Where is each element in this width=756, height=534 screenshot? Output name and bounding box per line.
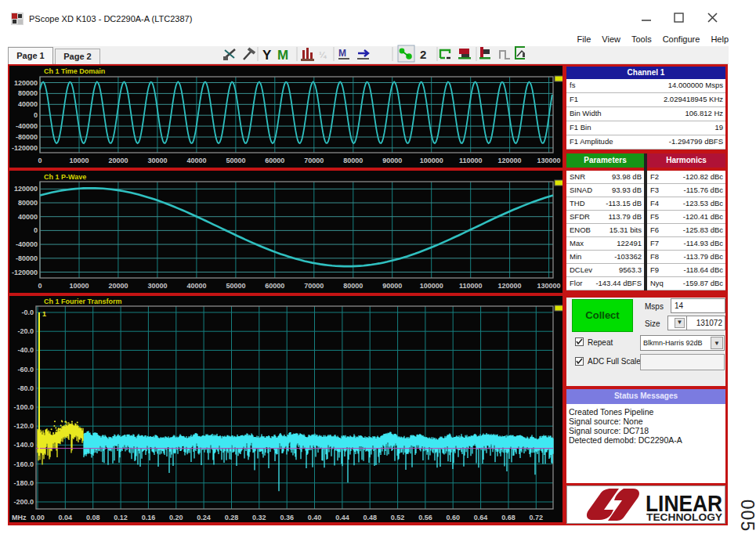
svg-text:0.64: 0.64	[474, 514, 488, 521]
svg-text:40000: 40000	[186, 157, 206, 164]
svg-text:0.20: 0.20	[169, 514, 183, 521]
svg-text:-120.0: -120.0	[13, 422, 34, 430]
svg-text:0.04: 0.04	[59, 514, 73, 521]
svg-text:-80.0: -80.0	[17, 384, 34, 392]
svg-text:40000: 40000	[186, 282, 206, 290]
svg-text:20000: 20000	[108, 282, 128, 290]
svg-text:0.28: 0.28	[225, 514, 239, 521]
svg-text:120000: 120000	[14, 185, 38, 193]
svg-text:70000: 70000	[304, 282, 324, 290]
svg-text:M: M	[338, 48, 346, 59]
svg-text:-160.0: -160.0	[13, 460, 34, 468]
svg-text:2: 2	[420, 48, 426, 61]
svg-text:30000: 30000	[147, 157, 167, 164]
svg-text:130000: 130000	[537, 157, 561, 164]
svg-text:Y: Y	[262, 48, 272, 63]
svg-text:110000: 110000	[459, 157, 483, 164]
svg-text:80000: 80000	[343, 282, 363, 290]
svg-text:0.52: 0.52	[391, 514, 405, 521]
svg-text:80000: 80000	[18, 199, 38, 207]
svg-text:M: M	[277, 48, 288, 63]
svg-text:90000: 90000	[382, 282, 402, 290]
svg-text:0: 0	[38, 157, 42, 164]
svg-text:40000: 40000	[18, 213, 38, 221]
svg-text:0.60: 0.60	[446, 514, 460, 521]
svg-text:-0.0: -0.0	[21, 308, 34, 316]
svg-text:120000: 120000	[498, 157, 522, 164]
svg-text:0: 0	[38, 282, 42, 290]
svg-text:0.12: 0.12	[114, 514, 128, 521]
svg-text:-180.0: -180.0	[13, 479, 34, 487]
svg-text:70000: 70000	[304, 157, 324, 164]
svg-text:0.16: 0.16	[142, 514, 156, 521]
svg-text:120000: 120000	[14, 79, 38, 87]
svg-text:90000: 90000	[382, 157, 402, 164]
svg-text:0.40: 0.40	[308, 514, 322, 521]
svg-text:0.36: 0.36	[280, 514, 294, 521]
svg-text:0.44: 0.44	[335, 514, 349, 521]
svg-text:0.00: 0.00	[31, 514, 45, 521]
svg-text:0.68: 0.68	[501, 514, 515, 521]
svg-text:-80000: -80000	[16, 254, 38, 262]
svg-text:¼: ¼	[319, 50, 327, 60]
svg-text:-40000: -40000	[16, 240, 38, 248]
svg-text:-120000: -120000	[12, 269, 38, 276]
svg-text:-140.0: -140.0	[13, 441, 34, 449]
svg-text:50000: 50000	[226, 282, 245, 290]
svg-text:130000: 130000	[537, 282, 561, 290]
svg-text:10000: 10000	[69, 157, 89, 164]
svg-text:30000: 30000	[147, 282, 167, 290]
svg-text:-80000: -80000	[16, 133, 38, 141]
svg-text:-40000: -40000	[16, 122, 38, 130]
svg-text:-20.0: -20.0	[17, 327, 34, 335]
svg-text:50000: 50000	[226, 157, 245, 164]
svg-text:100000: 100000	[420, 157, 443, 164]
svg-text:-100.0: -100.0	[13, 403, 34, 411]
svg-text:0: 0	[34, 226, 38, 234]
svg-text:0: 0	[34, 111, 38, 119]
svg-text:100000: 100000	[420, 282, 443, 290]
svg-text:80000: 80000	[18, 89, 38, 97]
svg-text:0.32: 0.32	[252, 514, 266, 521]
svg-text:-40.0: -40.0	[17, 346, 34, 354]
svg-text:-120000: -120000	[12, 144, 38, 152]
svg-text:10000: 10000	[69, 282, 89, 290]
svg-text:Ch 1 Fourier Transform: Ch 1 Fourier Transform	[44, 298, 122, 305]
svg-text:0.72: 0.72	[530, 514, 544, 521]
svg-text:1: 1	[42, 310, 46, 318]
svg-text:120000: 120000	[498, 282, 522, 290]
svg-text:0.48: 0.48	[363, 514, 377, 521]
svg-text:20000: 20000	[108, 157, 128, 164]
svg-text:-60.0: -60.0	[17, 366, 34, 373]
svg-text:0.08: 0.08	[86, 514, 100, 521]
svg-text:80000: 80000	[343, 157, 363, 164]
svg-text:Ch 1 Time Domain: Ch 1 Time Domain	[44, 67, 105, 75]
svg-text:TECHNOLOGY: TECHNOLOGY	[646, 511, 722, 523]
svg-text:60000: 60000	[265, 157, 284, 164]
svg-text:0.24: 0.24	[197, 514, 211, 521]
svg-text:40000: 40000	[18, 100, 38, 108]
svg-text:MHz: MHz	[12, 514, 27, 521]
svg-text:Ch 1 P-Wave: Ch 1 P-Wave	[44, 173, 86, 181]
svg-text:110000: 110000	[459, 282, 483, 290]
svg-text:60000: 60000	[265, 282, 284, 290]
svg-text:0.56: 0.56	[418, 514, 432, 521]
svg-text:-200.0: -200.0	[13, 498, 34, 506]
